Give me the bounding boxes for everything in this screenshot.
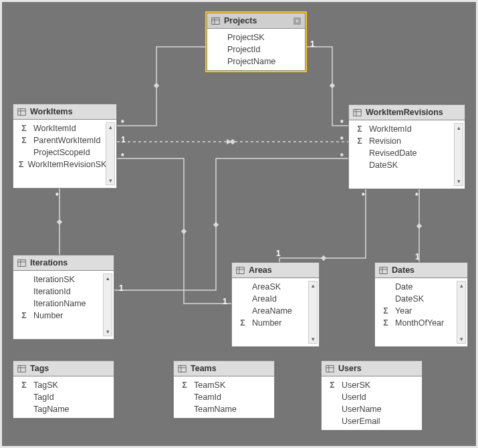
field-row[interactable]: ProjectId: [211, 43, 304, 55]
expand-icon[interactable]: [293, 17, 301, 25]
field-name: WorkItemId: [33, 124, 76, 133]
field-row[interactable]: ΣTagSK: [17, 379, 112, 391]
scrollbar[interactable]: ▴ ▾: [106, 122, 115, 185]
scrollbar[interactable]: ▴ ▾: [103, 273, 112, 336]
field-row[interactable]: ΣRevision: [353, 135, 453, 147]
field-row[interactable]: IterationSK: [17, 273, 102, 286]
svg-rect-1: [330, 83, 335, 88]
entity-body: AreaSK AreaId AreaName ΣNumber ▴ ▾: [232, 278, 319, 346]
scroll-up-icon[interactable]: ▴: [460, 282, 463, 290]
entity-areas[interactable]: Areas AreaSK AreaId AreaName ΣNumber ▴ ▾: [231, 262, 320, 347]
svg-rect-7: [416, 223, 422, 229]
field-row[interactable]: TagName: [17, 403, 112, 415]
entity-projects[interactable]: Projects ProjectSK ProjectId ProjectName: [207, 13, 306, 71]
entity-header[interactable]: WorkItems: [13, 104, 116, 120]
card-label: *: [340, 152, 344, 161]
field-row[interactable]: ΣParentWorkItemId: [17, 134, 104, 146]
entity-header[interactable]: Tags: [13, 361, 114, 376]
field-row[interactable]: RevisedDate: [353, 147, 453, 159]
scroll-down-icon[interactable]: ▾: [106, 328, 110, 336]
field-row[interactable]: AreaSK: [236, 281, 307, 293]
svg-rect-25: [380, 267, 387, 273]
svg-rect-4: [181, 229, 187, 234]
svg-rect-31: [178, 365, 186, 372]
scroll-up-icon[interactable]: ▴: [109, 123, 112, 131]
entity-title: Dates: [392, 265, 414, 275]
field-row[interactable]: ΣWorkItemRevisionSK: [17, 158, 104, 171]
scrollbar[interactable]: ▴ ▾: [454, 123, 463, 186]
field-row[interactable]: ProjectSK: [211, 31, 304, 43]
scrollbar[interactable]: ▴ ▾: [457, 281, 466, 344]
field-row[interactable]: AreaId: [236, 293, 307, 305]
diagram-canvas[interactable]: 1 * 1 * 1 * * * * 1 * * 1 1 1 Projects P…: [0, 0, 478, 448]
entity-header[interactable]: Users: [322, 361, 422, 376]
entity-title: WorkItems: [30, 107, 73, 116]
entity-header[interactable]: Iterations: [13, 255, 114, 271]
field-row[interactable]: ΣNumber: [236, 317, 307, 329]
field-row[interactable]: IterationId: [17, 286, 102, 298]
field-row[interactable]: ΣNumber: [17, 310, 102, 322]
field-row[interactable]: ΣUserSK: [326, 379, 421, 391]
field-row[interactable]: DateSK: [353, 159, 453, 171]
entity-header[interactable]: Teams: [174, 361, 274, 376]
scroll-down-icon[interactable]: ▾: [312, 335, 315, 343]
scroll-up-icon[interactable]: ▴: [457, 124, 461, 132]
field-row[interactable]: DateSK: [379, 293, 455, 305]
entity-dates[interactable]: Dates Date DateSK ΣYear ΣMonthOfYear ▴ ▾: [374, 262, 468, 347]
sigma-icon: Σ: [380, 306, 391, 316]
entity-header[interactable]: WorkItemRevisions: [349, 105, 465, 120]
scroll-up-icon[interactable]: ▴: [312, 282, 315, 290]
card-label: 1: [415, 252, 420, 261]
field-row[interactable]: AreaName: [236, 305, 307, 317]
svg-rect-12: [295, 19, 300, 23]
field-row[interactable]: ΣWorkItemId: [353, 123, 453, 135]
field-name: ProjectScopeId: [33, 148, 90, 157]
field-row[interactable]: ProjectScopeId: [17, 146, 104, 158]
entity-tags[interactable]: Tags ΣTagSK TagId TagName: [13, 360, 114, 419]
field-row[interactable]: Date: [379, 281, 455, 293]
field-row[interactable]: TeamId: [178, 391, 273, 403]
scrollbar[interactable]: ▴ ▾: [308, 281, 318, 344]
table-icon: [178, 364, 187, 373]
field-row[interactable]: ΣWorkItemId: [17, 122, 104, 134]
scroll-down-icon[interactable]: ▾: [109, 177, 112, 185]
card-label: 1: [119, 284, 124, 293]
field-name: AreaSK: [252, 282, 281, 292]
svg-rect-22: [237, 267, 244, 273]
field-row[interactable]: ΣYear: [379, 305, 455, 317]
field-row[interactable]: IterationName: [17, 298, 102, 310]
table-icon: [211, 17, 220, 25]
entity-workitems[interactable]: WorkItems ΣWorkItemId ΣParentWorkItemId …: [13, 104, 117, 189]
field-name: Number: [252, 318, 281, 328]
table-icon: [236, 266, 245, 275]
entity-header[interactable]: Projects: [207, 13, 305, 29]
card-label: *: [415, 191, 419, 201]
sigma-icon: Σ: [237, 318, 248, 328]
field-row[interactable]: UserName: [326, 403, 421, 415]
field-row[interactable]: ΣTeamSK: [178, 379, 273, 391]
field-row[interactable]: TeamName: [178, 403, 273, 415]
entity-teams[interactable]: Teams ΣTeamSK TeamId TeamName: [173, 360, 275, 419]
table-icon: [17, 259, 26, 267]
scroll-down-icon[interactable]: ▾: [457, 177, 461, 185]
entity-header[interactable]: Dates: [375, 263, 467, 278]
field-row[interactable]: UserId: [326, 391, 421, 403]
entity-header[interactable]: Areas: [232, 263, 319, 278]
field-row[interactable]: TagId: [17, 391, 112, 403]
scroll-up-icon[interactable]: ▴: [106, 274, 110, 282]
field-row[interactable]: UserEmail: [326, 415, 421, 427]
entity-title: Teams: [191, 364, 217, 373]
svg-rect-28: [18, 365, 25, 372]
field-name: IterationName: [33, 299, 86, 308]
sigma-icon: Σ: [327, 380, 338, 390]
scroll-down-icon[interactable]: ▾: [460, 335, 463, 343]
entity-users[interactable]: Users ΣUserSK UserId UserName UserEmail: [321, 360, 423, 431]
field-name: TagName: [33, 405, 70, 414]
svg-rect-19: [18, 259, 25, 266]
entity-workitemrevisions[interactable]: WorkItemRevisions ΣWorkItemId ΣRevision …: [348, 104, 465, 189]
field-row[interactable]: ΣMonthOfYear: [379, 317, 455, 329]
table-icon: [353, 108, 362, 117]
entity-iterations[interactable]: Iterations IterationSK IterationId Itera…: [13, 255, 114, 340]
field-row[interactable]: ProjectName: [211, 55, 304, 68]
entity-body: ΣWorkItemId ΣParentWorkItemId ProjectSco…: [13, 120, 116, 188]
